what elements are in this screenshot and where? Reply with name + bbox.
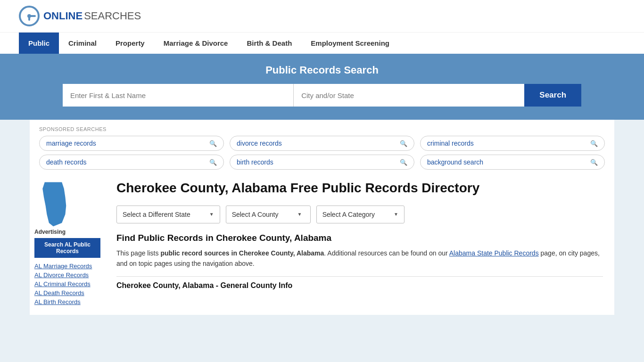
sponsored-link-birth[interactable]: birth records 🔍 (230, 155, 414, 170)
search-icon-1: 🔍 (209, 140, 217, 147)
category-dropdown[interactable]: Select A Category ▼ (316, 206, 405, 223)
logo-online-text: ONLINE (43, 11, 83, 21)
page-title: Cherokee County, Alabama Free Public Rec… (116, 180, 603, 196)
county-dropdown-chevron: ▼ (297, 212, 302, 217)
nav-marriage-divorce[interactable]: Marriage & Divorce (154, 33, 238, 54)
sidebar-link-divorce[interactable]: AL Divorce Records (34, 272, 100, 279)
name-input[interactable] (63, 84, 294, 107)
find-link[interactable]: Alabama State Public Records (449, 249, 539, 257)
state-dropdown[interactable]: Select a Different State ▼ (116, 206, 220, 223)
sponsored-section: SPONSORED SEARCHES marriage records 🔍 di… (30, 120, 614, 173)
logo-text: ONLINE SEARCHES (43, 11, 141, 21)
nav-public[interactable]: Public (19, 33, 59, 54)
state-dropdown-chevron: ▼ (209, 212, 214, 217)
find-heading: Find Public Records in Cherokee County, … (116, 233, 603, 243)
logo[interactable]: ONLINE SEARCHES (19, 6, 141, 26)
sponsored-link-marriage[interactable]: marriage records 🔍 (39, 136, 224, 151)
search-banner: Public Records Search Search (0, 54, 644, 120)
search-icon-5: 🔍 (400, 159, 407, 166)
main-nav: Public Criminal Property Marriage & Divo… (0, 32, 644, 54)
sidebar-link-birth[interactable]: AL Birth Records (34, 298, 100, 305)
find-desc-bold: public record sources in Cherokee County… (160, 249, 324, 257)
state-dropdown-label: Select a Different State (123, 211, 190, 218)
sponsored-link-criminal-text: criminal records (427, 140, 474, 147)
sponsored-link-death[interactable]: death records 🔍 (39, 155, 224, 170)
main-article: Cherokee County, Alabama Free Public Rec… (105, 173, 614, 315)
find-desc-1: This page lists (116, 249, 160, 257)
nav-criminal[interactable]: Criminal (59, 33, 106, 54)
sponsored-label: SPONSORED SEARCHES (39, 126, 605, 132)
county-dropdown-label: Select A County (232, 211, 279, 218)
sponsored-link-divorce-text: divorce records (237, 140, 282, 147)
logo-searches-text: SEARCHES (84, 11, 141, 21)
search-icon-2: 🔍 (400, 140, 407, 147)
find-desc-2: . Additional resources can be found on o… (324, 249, 449, 257)
category-dropdown-chevron: ▼ (394, 212, 398, 217)
county-info-heading: Cherokee County, Alabama - General Count… (116, 276, 603, 293)
search-form: Search (63, 84, 581, 107)
sidebar-link-death[interactable]: AL Death Records (34, 289, 100, 296)
search-icon-3: 🔍 (590, 140, 598, 147)
nav-property[interactable]: Property (106, 33, 154, 54)
logo-icon (19, 6, 40, 26)
sidebar-link-marriage[interactable]: AL Marriage Records (34, 263, 100, 270)
sponsored-link-criminal[interactable]: criminal records 🔍 (420, 136, 605, 151)
county-dropdown[interactable]: Select A County ▼ (226, 206, 311, 223)
nav-employment[interactable]: Employment Screening (301, 33, 399, 54)
location-input[interactable] (294, 84, 524, 107)
category-dropdown-label: Select A Category (322, 211, 375, 218)
sponsored-link-divorce[interactable]: divorce records 🔍 (230, 136, 414, 151)
find-description: This page lists public record sources in… (116, 248, 603, 269)
main-content: SPONSORED SEARCHES marriage records 🔍 di… (30, 120, 614, 315)
sidebar-links: AL Marriage Records AL Divorce Records A… (34, 263, 100, 305)
dropdowns-row: Select a Different State ▼ Select A Coun… (116, 206, 603, 223)
sponsored-link-death-text: death records (46, 158, 87, 166)
sponsored-link-birth-text: birth records (237, 158, 273, 166)
search-button[interactable]: Search (524, 84, 581, 107)
search-banner-title: Public Records Search (19, 64, 625, 76)
alabama-map-icon (34, 180, 72, 227)
sponsored-links: marriage records 🔍 divorce records 🔍 cri… (39, 136, 605, 170)
search-al-records-button[interactable]: Search AL Public Records (34, 238, 100, 258)
svg-point-1 (27, 14, 31, 18)
sponsored-link-marriage-text: marriage records (46, 140, 96, 147)
page-header: ONLINE SEARCHES (0, 0, 644, 32)
advertising-label: Advertising (34, 229, 100, 235)
sponsored-link-background-text: background search (427, 158, 483, 166)
sidebar: Advertising Search AL Public Records AL … (30, 173, 105, 315)
nav-birth-death[interactable]: Birth & Death (237, 33, 301, 54)
content-wrapper: Advertising Search AL Public Records AL … (30, 173, 614, 315)
sidebar-link-criminal[interactable]: AL Criminal Records (34, 280, 100, 288)
search-icon-6: 🔍 (590, 159, 598, 166)
search-icon-4: 🔍 (209, 159, 217, 166)
sponsored-link-background[interactable]: background search 🔍 (420, 155, 605, 170)
